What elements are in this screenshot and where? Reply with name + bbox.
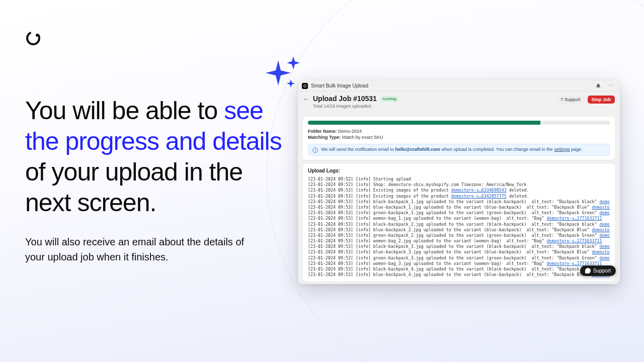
log-link[interactable]: demostore-s…17579039 [599,222,610,227]
logs-card: Upload Logs: [23-01-2024 09:52] [info] S… [303,164,615,282]
progress-card: Folder Name: Demo-2024 Matching Type: Ma… [303,117,615,160]
progress-bar [308,121,610,125]
subtext: You will also receive an email about the… [25,234,257,264]
back-button[interactable]: ← [303,96,310,103]
bell-icon[interactable]: 🔔︎ [594,83,603,89]
sparkle-icon [266,55,301,90]
logs-output: [23-01-2024 09:52] [info] Starting uploa… [308,176,610,278]
app-window: Smart Bulk Image Upload 🔔︎ ⋯ ← Upload Jo… [298,80,620,284]
headline: You will be able to see the progress and… [25,96,287,218]
folder-label: Folder Name: [308,129,337,134]
log-link[interactable]: demostore-s…17579039 [599,244,610,249]
chat-bubble-icon [585,268,591,274]
settings-link[interactable]: settings [554,147,570,152]
help-icon: ? [560,97,563,102]
progress-fill [308,121,540,125]
folder-value: Demo-2024 [338,129,362,134]
log-link[interactable]: demostore-s…1771633711 [547,238,602,243]
log-link[interactable]: demostore-s…17578383 [599,255,610,260]
info-icon: i [312,147,318,153]
log-link[interactable]: demostore-s…1757871151 [592,205,610,210]
matching-label: Matching Type: [308,135,341,140]
log-link[interactable]: demostore-s…6342857775 [451,194,507,199]
info-banner: i We will send the notification email to… [308,144,610,156]
page-title: Upload Job #10531 [313,95,377,103]
app-title: Smart Bulk Image Upload [311,83,368,88]
log-link[interactable]: demostore-s…6334698543 [451,188,507,193]
brand-logo [25,30,41,46]
page-header: ← Upload Job #10531 running Total 14/18 … [298,92,620,113]
svg-point-1 [36,34,39,37]
status-badge: running [380,96,399,102]
stop-job-button[interactable]: Stop Job [588,96,615,104]
log-link[interactable]: demostore-s…17579039 [599,199,610,204]
log-link[interactable]: demostore-s…17578383 [599,233,610,238]
more-icon[interactable]: ⋯ [606,82,616,89]
logs-title: Upload Logs: [308,168,610,173]
headline-pre: You will be able to [25,97,224,125]
info-email: hello@craftshift.com [395,147,440,152]
app-logo-icon [302,83,308,89]
log-link[interactable]: demostore-s…1757871151 [592,249,610,254]
headline-post: of your upload in the next screen. [25,158,243,217]
support-button[interactable]: ?Support [556,96,585,104]
svg-point-0 [25,30,41,46]
titlebar: Smart Bulk Image Upload 🔔︎ ⋯ [298,80,620,92]
log-link[interactable]: demostore-s…1757871151 [592,227,610,232]
job-subtitle: Total 14/18 images uploaded. [313,104,398,109]
log-link[interactable]: demostore-s…1771633711 [547,216,602,221]
log-link[interactable]: demostore-s…17578383 [599,210,610,215]
support-chat-button[interactable]: Support [580,265,616,276]
matching-value: Match by exact SKU [342,135,383,140]
